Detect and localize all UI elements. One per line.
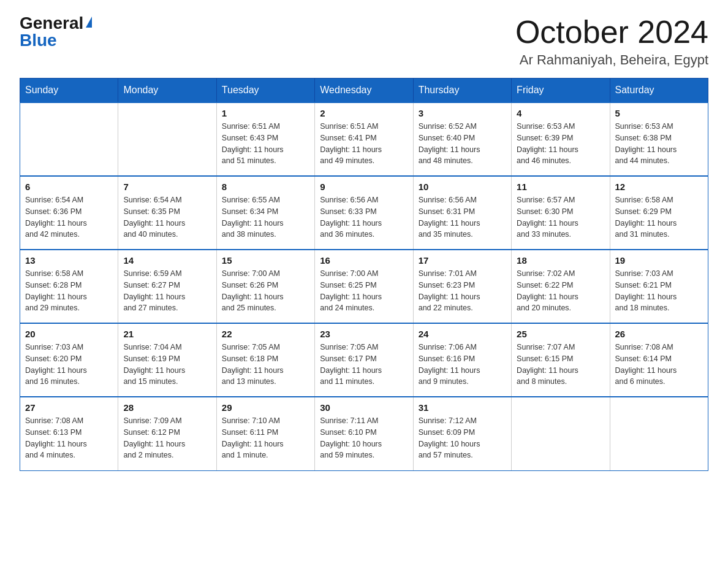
calendar-cell bbox=[610, 397, 708, 470]
day-info: Sunrise: 6:53 AM Sunset: 6:38 PM Dayligh… bbox=[615, 121, 703, 167]
calendar-header-tuesday: Tuesday bbox=[216, 79, 314, 103]
calendar-cell: 23Sunrise: 7:05 AM Sunset: 6:17 PM Dayli… bbox=[315, 323, 413, 397]
calendar-header-wednesday: Wednesday bbox=[315, 79, 413, 103]
day-info: Sunrise: 6:54 AM Sunset: 6:36 PM Dayligh… bbox=[25, 194, 113, 240]
page-header: General Blue October 2024 Ar Rahmaniyah,… bbox=[20, 15, 708, 68]
day-number: 4 bbox=[517, 108, 604, 118]
day-info: Sunrise: 7:04 AM Sunset: 6:19 PM Dayligh… bbox=[123, 342, 211, 388]
day-info: Sunrise: 7:10 AM Sunset: 6:11 PM Dayligh… bbox=[222, 415, 309, 461]
day-info: Sunrise: 7:00 AM Sunset: 6:25 PM Dayligh… bbox=[320, 268, 408, 314]
calendar-cell: 2Sunrise: 6:51 AM Sunset: 6:41 PM Daylig… bbox=[315, 102, 413, 176]
calendar-cell: 27Sunrise: 7:08 AM Sunset: 6:13 PM Dayli… bbox=[20, 397, 118, 470]
day-info: Sunrise: 6:52 AM Sunset: 6:40 PM Dayligh… bbox=[419, 121, 506, 167]
calendar-cell: 30Sunrise: 7:11 AM Sunset: 6:10 PM Dayli… bbox=[315, 397, 413, 470]
calendar-header-friday: Friday bbox=[512, 79, 610, 103]
day-info: Sunrise: 6:59 AM Sunset: 6:27 PM Dayligh… bbox=[123, 268, 211, 314]
calendar-header-monday: Monday bbox=[118, 79, 216, 103]
calendar-cell: 3Sunrise: 6:52 AM Sunset: 6:40 PM Daylig… bbox=[413, 102, 511, 176]
calendar-cell: 13Sunrise: 6:58 AM Sunset: 6:28 PM Dayli… bbox=[20, 250, 118, 323]
day-number: 6 bbox=[25, 182, 113, 192]
day-number: 30 bbox=[320, 402, 408, 413]
day-number: 11 bbox=[517, 182, 604, 192]
day-number: 29 bbox=[222, 402, 309, 413]
day-number: 5 bbox=[615, 108, 703, 118]
day-info: Sunrise: 7:03 AM Sunset: 6:21 PM Dayligh… bbox=[615, 268, 703, 314]
day-info: Sunrise: 7:11 AM Sunset: 6:10 PM Dayligh… bbox=[320, 415, 408, 461]
day-info: Sunrise: 6:58 AM Sunset: 6:28 PM Dayligh… bbox=[25, 268, 113, 314]
calendar-cell: 24Sunrise: 7:06 AM Sunset: 6:16 PM Dayli… bbox=[413, 323, 511, 397]
day-info: Sunrise: 6:55 AM Sunset: 6:34 PM Dayligh… bbox=[222, 194, 309, 240]
calendar-cell: 4Sunrise: 6:53 AM Sunset: 6:39 PM Daylig… bbox=[512, 102, 610, 176]
day-info: Sunrise: 6:51 AM Sunset: 6:41 PM Dayligh… bbox=[320, 121, 408, 167]
calendar-cell: 16Sunrise: 7:00 AM Sunset: 6:25 PM Dayli… bbox=[315, 250, 413, 323]
calendar-cell: 12Sunrise: 6:58 AM Sunset: 6:29 PM Dayli… bbox=[610, 176, 708, 250]
calendar-week-row: 1Sunrise: 6:51 AM Sunset: 6:43 PM Daylig… bbox=[20, 102, 708, 176]
calendar-cell: 21Sunrise: 7:04 AM Sunset: 6:19 PM Dayli… bbox=[118, 323, 216, 397]
day-number: 21 bbox=[123, 329, 211, 339]
day-info: Sunrise: 7:07 AM Sunset: 6:15 PM Dayligh… bbox=[517, 342, 604, 388]
day-info: Sunrise: 7:05 AM Sunset: 6:18 PM Dayligh… bbox=[222, 342, 309, 388]
calendar-cell: 31Sunrise: 7:12 AM Sunset: 6:09 PM Dayli… bbox=[413, 397, 511, 470]
calendar-cell bbox=[118, 102, 216, 176]
day-number: 20 bbox=[25, 329, 113, 339]
day-info: Sunrise: 6:56 AM Sunset: 6:31 PM Dayligh… bbox=[419, 194, 506, 240]
calendar-week-row: 13Sunrise: 6:58 AM Sunset: 6:28 PM Dayli… bbox=[20, 250, 708, 323]
calendar-cell: 20Sunrise: 7:03 AM Sunset: 6:20 PM Dayli… bbox=[20, 323, 118, 397]
calendar-header-row: SundayMondayTuesdayWednesdayThursdayFrid… bbox=[20, 79, 708, 103]
day-number: 22 bbox=[222, 329, 309, 339]
day-info: Sunrise: 7:02 AM Sunset: 6:22 PM Dayligh… bbox=[517, 268, 604, 314]
day-number: 13 bbox=[25, 255, 113, 266]
day-info: Sunrise: 6:57 AM Sunset: 6:30 PM Dayligh… bbox=[517, 194, 604, 240]
calendar-cell: 9Sunrise: 6:56 AM Sunset: 6:33 PM Daylig… bbox=[315, 176, 413, 250]
calendar-week-row: 20Sunrise: 7:03 AM Sunset: 6:20 PM Dayli… bbox=[20, 323, 708, 397]
day-number: 2 bbox=[320, 108, 408, 118]
logo: General Blue bbox=[20, 15, 92, 49]
calendar-cell: 29Sunrise: 7:10 AM Sunset: 6:11 PM Dayli… bbox=[216, 397, 314, 470]
day-info: Sunrise: 6:51 AM Sunset: 6:43 PM Dayligh… bbox=[222, 121, 309, 167]
day-number: 3 bbox=[419, 108, 506, 118]
day-number: 16 bbox=[320, 255, 408, 266]
day-number: 7 bbox=[123, 182, 211, 192]
calendar-cell: 15Sunrise: 7:00 AM Sunset: 6:26 PM Dayli… bbox=[216, 250, 314, 323]
calendar-cell: 28Sunrise: 7:09 AM Sunset: 6:12 PM Dayli… bbox=[118, 397, 216, 470]
day-number: 12 bbox=[615, 182, 703, 192]
calendar-cell bbox=[512, 397, 610, 470]
day-number: 15 bbox=[222, 255, 309, 266]
calendar-cell: 1Sunrise: 6:51 AM Sunset: 6:43 PM Daylig… bbox=[216, 102, 314, 176]
day-number: 24 bbox=[419, 329, 506, 339]
day-number: 14 bbox=[123, 255, 211, 266]
calendar-week-row: 6Sunrise: 6:54 AM Sunset: 6:36 PM Daylig… bbox=[20, 176, 708, 250]
day-number: 19 bbox=[615, 255, 703, 266]
calendar-cell: 26Sunrise: 7:08 AM Sunset: 6:14 PM Dayli… bbox=[610, 323, 708, 397]
day-number: 10 bbox=[419, 182, 506, 192]
day-info: Sunrise: 6:56 AM Sunset: 6:33 PM Dayligh… bbox=[320, 194, 408, 240]
day-number: 9 bbox=[320, 182, 408, 192]
day-info: Sunrise: 6:58 AM Sunset: 6:29 PM Dayligh… bbox=[615, 194, 703, 240]
day-info: Sunrise: 7:09 AM Sunset: 6:12 PM Dayligh… bbox=[123, 415, 211, 461]
calendar-cell: 22Sunrise: 7:05 AM Sunset: 6:18 PM Dayli… bbox=[216, 323, 314, 397]
calendar-header-thursday: Thursday bbox=[413, 79, 511, 103]
day-info: Sunrise: 7:00 AM Sunset: 6:26 PM Dayligh… bbox=[222, 268, 309, 314]
day-info: Sunrise: 7:12 AM Sunset: 6:09 PM Dayligh… bbox=[419, 415, 506, 461]
calendar-cell: 5Sunrise: 6:53 AM Sunset: 6:38 PM Daylig… bbox=[610, 102, 708, 176]
month-title: October 2024 bbox=[515, 15, 708, 50]
calendar-table: SundayMondayTuesdayWednesdayThursdayFrid… bbox=[20, 78, 708, 471]
location-title: Ar Rahmaniyah, Beheira, Egypt bbox=[515, 52, 708, 68]
logo-triangle-icon bbox=[86, 17, 92, 28]
calendar-header-saturday: Saturday bbox=[610, 79, 708, 103]
day-number: 23 bbox=[320, 329, 408, 339]
day-number: 1 bbox=[222, 108, 309, 118]
day-number: 28 bbox=[123, 402, 211, 413]
day-info: Sunrise: 7:08 AM Sunset: 6:13 PM Dayligh… bbox=[25, 415, 113, 461]
calendar-cell: 7Sunrise: 6:54 AM Sunset: 6:35 PM Daylig… bbox=[118, 176, 216, 250]
day-number: 18 bbox=[517, 255, 604, 266]
day-number: 26 bbox=[615, 329, 703, 339]
day-info: Sunrise: 7:03 AM Sunset: 6:20 PM Dayligh… bbox=[25, 342, 113, 388]
day-number: 8 bbox=[222, 182, 309, 192]
day-info: Sunrise: 7:08 AM Sunset: 6:14 PM Dayligh… bbox=[615, 342, 703, 388]
day-info: Sunrise: 6:53 AM Sunset: 6:39 PM Dayligh… bbox=[517, 121, 604, 167]
calendar-cell: 14Sunrise: 6:59 AM Sunset: 6:27 PM Dayli… bbox=[118, 250, 216, 323]
calendar-cell: 8Sunrise: 6:55 AM Sunset: 6:34 PM Daylig… bbox=[216, 176, 314, 250]
calendar-cell: 10Sunrise: 6:56 AM Sunset: 6:31 PM Dayli… bbox=[413, 176, 511, 250]
calendar-cell bbox=[20, 102, 118, 176]
